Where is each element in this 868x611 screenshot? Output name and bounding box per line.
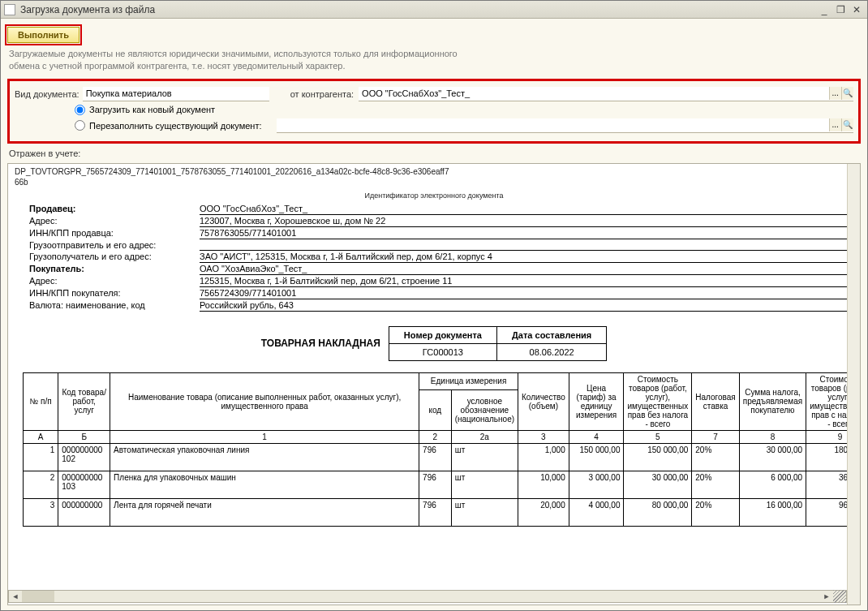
table-cell: шт — [451, 471, 518, 498]
document-preview-pane[interactable]: DP_TOVTORGPR_7565724309_771401001_757876… — [7, 163, 861, 605]
info-row: ИНН/КПП продавца:7578763055/771401001 — [29, 227, 850, 239]
info-label: Адрес: — [29, 275, 200, 287]
table-cell: Автоматическая упаковочная линия — [110, 443, 419, 471]
colnum-8: 8 — [739, 430, 806, 443]
th-unit-name: условное обозначение (национальное) — [451, 389, 518, 430]
execute-button[interactable]: Выполнить — [7, 27, 79, 43]
torg-date-value: 08.06.2022 — [497, 343, 607, 360]
table-cell: 4 000,00 — [569, 498, 624, 526]
table-cell: 796 — [419, 443, 452, 471]
scroll-left-button[interactable]: ◄ — [9, 591, 22, 602]
table-row: 2000000000103Пленка для упаковочных маши… — [24, 471, 862, 498]
info-text: Загружаемые документы не являются юридич… — [1, 46, 867, 79]
info-row: Грузополучатель и его адрес:ЗАО "АИСТ", … — [29, 251, 850, 263]
doc-id-line1: DP_TOVTORGPR_7565724309_771401001_757876… — [15, 167, 449, 176]
torg-header-box: ТОВАРНАЯ НАКЛАДНАЯ Номер документа Дата … — [8, 326, 860, 361]
colnum-5: 5 — [624, 430, 692, 443]
info-value: 7565724309/771401001 — [200, 287, 850, 299]
contractor-choose-button[interactable]: ... — [829, 87, 841, 100]
info-value: 123007, Москва г, Хорошевское ш, дом № 2… — [200, 215, 850, 227]
info-row: Адрес:125315, Москва г, 1-й Балтийский п… — [29, 275, 850, 287]
radio-new-label: Загрузить как новый документ — [89, 105, 215, 114]
info-label: Адрес: — [29, 215, 200, 227]
th-vatsum: Сумма налога, предъявляемая покупателю — [739, 372, 806, 430]
info-row: Покупатель:ОАО "ХозАвиаЭко"_Тест_ — [29, 263, 850, 275]
radio-refill-label: Перезаполнить существующий документ: — [89, 121, 262, 131]
torg-num-value: ГС000013 — [389, 343, 496, 360]
info-value: ЗАО "АИСТ", 125315, Москва г, 1-й Балтий… — [200, 251, 850, 263]
info-row: Адрес:123007, Москва г, Хорошевское ш, д… — [29, 215, 850, 227]
th-vat: Налоговая ставка — [692, 372, 739, 430]
table-cell: 1 — [24, 443, 58, 471]
colnum-3: 3 — [518, 430, 569, 443]
resize-grip[interactable] — [833, 590, 846, 603]
existing-doc-field[interactable]: ... 🔍 — [277, 118, 853, 133]
scroll-thumb[interactable] — [22, 591, 54, 602]
info-row: ИНН/КПП покупателя:7565724309/771401001 — [29, 287, 850, 299]
close-button[interactable]: ✕ — [849, 3, 864, 16]
colnum-7: 7 — [692, 430, 739, 443]
table-row: 3000000000Лента для горячей печати796шт2… — [24, 498, 862, 526]
th-qty: Количество (объем) — [518, 372, 569, 430]
th-unit-code: код — [419, 389, 452, 430]
contractor-field[interactable]: ... 🔍 — [359, 87, 853, 101]
th-num: № п/п — [24, 372, 58, 430]
table-cell: 3 — [24, 498, 58, 526]
table-cell: 6 000,00 — [739, 471, 806, 498]
info-value: 7578763055/771401001 — [200, 227, 850, 239]
info-row: Продавец:ООО "ГосСнабХоз"_Тест_ — [29, 203, 850, 215]
doc-type-field[interactable] — [83, 87, 269, 101]
colnum-2: 2 — [419, 430, 452, 443]
info-label: Валюта: наименование, код — [29, 299, 200, 312]
scroll-right-button[interactable]: ► — [820, 591, 833, 602]
colnum-a: А — [24, 430, 58, 443]
table-cell: 80 000,00 — [624, 498, 692, 526]
doc-type-input[interactable] — [83, 88, 269, 98]
th-sum: Стоимость товаров (работ, услуг), имущес… — [624, 372, 692, 430]
existing-doc-choose-button[interactable]: ... — [829, 118, 841, 131]
table-cell: 30 000,00 — [624, 471, 692, 498]
info-row: Грузоотправитель и его адрес: — [29, 239, 850, 251]
minimize-button[interactable]: _ — [817, 3, 831, 16]
info-label: Грузополучатель и его адрес: — [29, 251, 200, 263]
reflected-label: Отражен в учете: — [1, 144, 867, 163]
colnum-b: Б — [58, 430, 110, 443]
radio-refill-doc[interactable] — [75, 120, 85, 131]
parameters-highlight: Вид документа: от контрагента: ... 🔍 Заг… — [7, 79, 861, 144]
radio-new-doc[interactable] — [75, 105, 85, 115]
goods-table: № п/п Код товара/ работ, услуг Наименова… — [23, 372, 861, 527]
info-line-1: Загружаемые документы не являются юридич… — [9, 49, 458, 58]
table-cell: 20% — [692, 471, 739, 498]
vertical-scrollbar[interactable] — [847, 164, 860, 605]
colnum-2a: 2а — [451, 430, 518, 443]
info-label: Грузоотправитель и его адрес: — [29, 239, 200, 251]
torg-number-table: Номер документа Дата составления ГС00001… — [389, 326, 607, 361]
info-value: Российский рубль, 643 — [200, 299, 850, 312]
doc-id-line2: 66b — [15, 178, 853, 187]
table-cell: 2 — [24, 471, 58, 498]
window-title: Загрузка документа из файла — [20, 4, 155, 15]
info-label: Продавец: — [29, 203, 200, 215]
info-value — [200, 239, 850, 251]
contractor-search-button[interactable]: 🔍 — [841, 87, 853, 100]
doc-id-block: DP_TOVTORGPR_7565724309_771401001_757876… — [8, 164, 860, 200]
restore-button[interactable]: ❐ — [833, 3, 848, 16]
document-icon — [4, 4, 15, 15]
horizontal-scrollbar[interactable]: ◄ ► — [8, 590, 847, 603]
contractor-input[interactable] — [359, 88, 828, 98]
edo-id-label: Идентификатор электронного документа — [15, 191, 853, 200]
titlebar[interactable]: Загрузка документа из файла _ ❐ ✕ — [1, 1, 867, 19]
info-line-2: обмена с учетной программой контрагента,… — [9, 61, 346, 71]
table-cell: 16 000,00 — [739, 498, 806, 526]
th-price: Цена (тариф) за единицу измерения — [569, 372, 624, 430]
toolbar: Выполнить — [1, 19, 867, 46]
th-unit-group: Единица измерения — [419, 372, 518, 389]
th-name: Наименование товара (описание выполненны… — [110, 372, 419, 430]
table-cell: 000000000103 — [58, 471, 110, 498]
table-cell: Лента для горячей печати — [110, 498, 419, 526]
info-value: 125315, Москва г, 1-й Балтийский пер, до… — [200, 275, 850, 287]
existing-doc-search-button[interactable]: 🔍 — [841, 118, 853, 131]
torg-date-header: Дата составления — [497, 326, 607, 343]
colnum-1: 1 — [110, 430, 419, 443]
existing-doc-input[interactable] — [277, 120, 825, 130]
